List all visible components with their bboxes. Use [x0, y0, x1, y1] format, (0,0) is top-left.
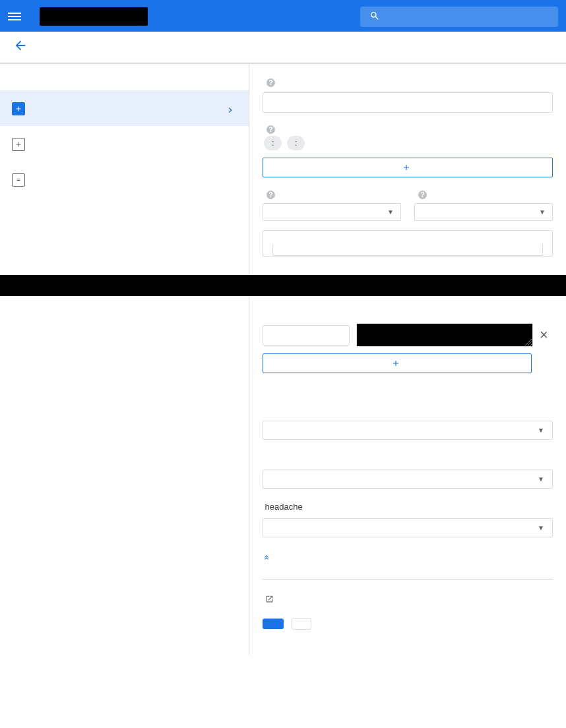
- option-new-vm[interactable]: [0, 90, 249, 126]
- plus-box-icon: [12, 102, 25, 115]
- help-icon[interactable]: ?: [267, 125, 275, 134]
- option-from-template[interactable]: [0, 126, 249, 162]
- external-link-icon: [265, 595, 274, 605]
- automatic-restart-select[interactable]: ▼: [263, 518, 553, 537]
- chevron-down-icon: ▼: [539, 208, 546, 216]
- region-select[interactable]: ▼: [263, 203, 401, 221]
- zone-label: ?: [414, 191, 427, 199]
- chevron-down-icon: ▼: [387, 208, 394, 216]
- back-arrow-icon[interactable]: [13, 38, 28, 57]
- create-button[interactable]: [263, 619, 284, 629]
- zone-select[interactable]: ▼: [414, 203, 553, 221]
- search-box[interactable]: [360, 7, 558, 27]
- instance-name-input[interactable]: [263, 92, 553, 113]
- help-icon[interactable]: ?: [418, 191, 427, 199]
- cancel-button[interactable]: [292, 618, 311, 630]
- image-gap: [0, 275, 566, 296]
- help-icon[interactable]: ?: [267, 78, 275, 87]
- search-icon: [369, 11, 380, 23]
- chevron-down-icon: ▼: [538, 475, 544, 483]
- region-label: ?: [263, 191, 275, 199]
- host-maintenance-select[interactable]: ▼: [263, 470, 553, 489]
- add-label-button[interactable]: [263, 158, 553, 177]
- svg-rect-1: [17, 180, 20, 181]
- less-toggle[interactable]: [263, 555, 553, 564]
- labels-label: ?: [263, 125, 282, 134]
- preemptibility-select[interactable]: ▼: [263, 421, 553, 440]
- metadata-value-input[interactable]: [356, 323, 533, 347]
- machine-image-icon: [12, 173, 25, 187]
- add-metadata-item-button[interactable]: [263, 353, 532, 373]
- machine-family-tabs[interactable]: [272, 244, 543, 256]
- chevron-down-icon: ▼: [538, 427, 544, 434]
- name-label: ?: [263, 78, 275, 87]
- collapse-icon: [263, 555, 270, 564]
- label-chip[interactable]: :: [287, 136, 305, 150]
- remove-metadata-icon[interactable]: ×: [540, 326, 548, 344]
- chevron-right-icon: [225, 105, 236, 117]
- chevron-down-icon: ▼: [538, 524, 544, 531]
- label-chip[interactable]: :: [264, 136, 282, 150]
- project-selector[interactable]: [40, 7, 148, 26]
- label-chips: : :: [263, 134, 553, 152]
- option-from-machine-image[interactable]: [0, 162, 249, 197]
- metadata-key-input[interactable]: [263, 325, 350, 346]
- svg-rect-0: [17, 179, 20, 179]
- billing-notice: [263, 594, 553, 605]
- template-icon: [12, 138, 25, 151]
- help-icon[interactable]: ?: [267, 191, 275, 199]
- resize-handle-icon[interactable]: [525, 339, 532, 346]
- search-input[interactable]: [389, 11, 549, 22]
- hamburger-menu-icon[interactable]: [8, 11, 21, 22]
- intro-text: [0, 64, 249, 90]
